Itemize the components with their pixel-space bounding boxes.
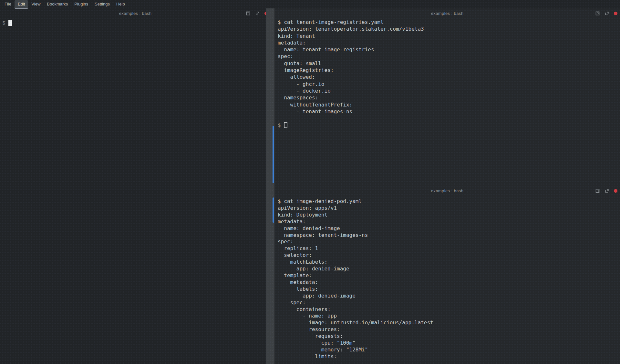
menu-view[interactable]: View	[28, 0, 44, 8]
block-cursor	[8, 20, 12, 26]
scrollbar-thumb-bottom-pane[interactable]	[273, 197, 274, 223]
terminal-left-screen[interactable]: $	[0, 18, 271, 26]
close-view-icon[interactable]	[614, 189, 617, 193]
terminal-window: File Edit View Bookmarks Plugins Setting…	[0, 0, 620, 364]
pane-left: examples : bash $	[0, 8, 271, 364]
pane-bottom-right: examples : bash $ cat image-denied-pod.y…	[274, 186, 620, 364]
menu-bar: File Edit View Bookmarks Plugins Setting…	[0, 0, 620, 8]
pane-top-right-controls	[595, 8, 617, 18]
shell-prompt: $	[278, 122, 281, 128]
terminal-top-right-screen[interactable]: $ cat tenant-image-registries.yaml apiVe…	[274, 18, 620, 129]
close-view-icon[interactable]	[614, 12, 617, 15]
block-cursor-unfocused	[284, 122, 287, 128]
detach-view-icon[interactable]	[604, 11, 609, 15]
terminal-bottom-right-screen[interactable]: $ cat image-denied-pod.yaml apiVersion: …	[274, 196, 620, 360]
menu-settings[interactable]: Settings	[91, 0, 113, 8]
terminal-output: $ cat tenant-image-registries.yaml apiVe…	[278, 19, 424, 115]
pane-top-right-header: examples : bash	[274, 8, 620, 18]
scrollbar-thumb-top-pane[interactable]	[273, 126, 274, 183]
terminal-output: $ cat image-denied-pod.yaml apiVersion: …	[278, 198, 433, 359]
pane-left-title: examples : bash	[119, 11, 152, 16]
maximize-view-icon[interactable]	[595, 188, 600, 193]
menu-edit[interactable]: Edit	[15, 0, 28, 8]
detach-view-icon[interactable]	[255, 11, 260, 15]
menu-plugins[interactable]: Plugins	[71, 0, 91, 8]
pane-top-right-title: examples : bash	[431, 11, 464, 16]
maximize-view-icon[interactable]	[595, 11, 600, 15]
pane-top-right: examples : bash $ cat tenant-image-regis…	[274, 8, 620, 186]
pane-splitter[interactable]	[266, 8, 274, 364]
pane-bottom-right-header: examples : bash	[274, 186, 620, 196]
menu-help[interactable]: Help	[113, 0, 128, 8]
shell-prompt: $	[2, 20, 5, 26]
maximize-view-icon[interactable]	[246, 11, 250, 15]
menu-file[interactable]: File	[1, 0, 15, 8]
pane-bottom-right-title: examples : bash	[431, 188, 464, 193]
pane-left-header: examples : bash	[0, 8, 271, 18]
pane-bottom-right-controls	[595, 186, 617, 196]
menu-bookmarks[interactable]: Bookmarks	[44, 0, 71, 8]
pane-left-controls	[246, 8, 268, 18]
detach-view-icon[interactable]	[604, 188, 609, 193]
